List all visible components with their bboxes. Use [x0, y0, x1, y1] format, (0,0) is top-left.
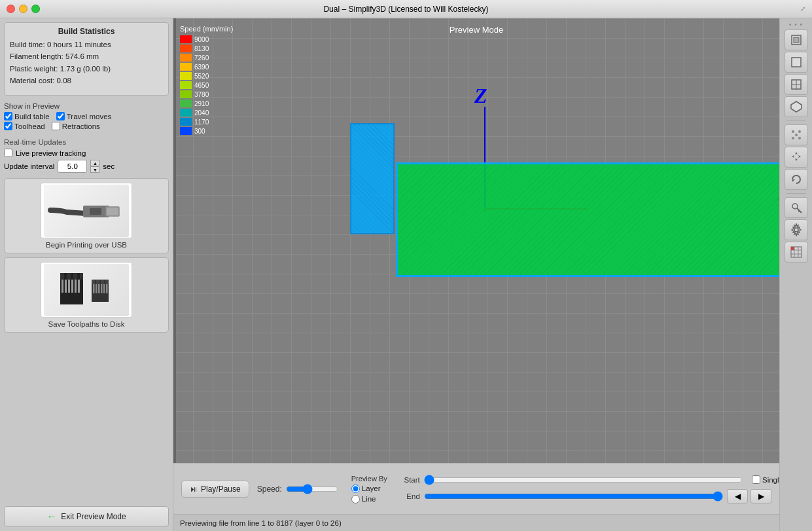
- next-frame-button[interactable]: ▶: [750, 489, 771, 504]
- start-label: Start: [400, 476, 420, 484]
- travel-moves-label: Travel moves: [67, 113, 112, 120]
- start-end-controls: Start Single layer only End ◀ ▶: [400, 475, 771, 504]
- svg-rect-19: [93, 284, 95, 293]
- speed-slider[interactable]: [286, 484, 338, 494]
- live-preview-label: Live preview tracking: [16, 149, 86, 157]
- svg-point-45: [798, 130, 801, 133]
- single-layer-checkbox[interactable]: [752, 475, 760, 484]
- svg-rect-18: [105, 280, 109, 284]
- toolbar-rotate-btn[interactable]: [785, 169, 808, 190]
- live-preview-checkbox[interactable]: [4, 149, 12, 157]
- nav-arrows: ◀ ▶: [727, 489, 771, 504]
- line-radio-label[interactable]: Line: [351, 495, 387, 504]
- toolbar-grid-btn[interactable]: [785, 242, 808, 263]
- svg-rect-9: [65, 280, 67, 293]
- speed-7260: 7260: [180, 53, 233, 62]
- svg-rect-38: [794, 37, 799, 43]
- 3d-viewport[interactable]: Speed (mm/min) 9000 8130 7260 6390: [173, 18, 779, 463]
- svg-rect-15: [92, 280, 95, 284]
- status-bar: Previewing file from line 1 to 8187 (lay…: [173, 514, 779, 531]
- build-table-checkbox[interactable]: [4, 112, 12, 120]
- update-interval-label: Update interval: [4, 162, 54, 170]
- update-interval-input[interactable]: [58, 160, 87, 173]
- traffic-lights: [7, 5, 40, 13]
- toolbar-particle-btn[interactable]: [785, 124, 808, 145]
- build-table-label: Build table: [14, 113, 50, 120]
- layer-radio[interactable]: [351, 485, 360, 493]
- exit-preview-button[interactable]: ← Exit Preview Mode: [4, 506, 169, 527]
- speed-300: 300: [180, 126, 233, 136]
- toolhead-checkbox-label[interactable]: Toolhead: [4, 122, 45, 130]
- svg-point-48: [798, 137, 801, 139]
- exit-preview-label: Exit Preview Mode: [61, 512, 126, 521]
- toolbar-perspective-btn[interactable]: [785, 29, 808, 50]
- svg-rect-23: [103, 284, 105, 293]
- close-button[interactable]: [7, 5, 15, 13]
- z-axis-label: Z: [474, 84, 487, 108]
- speed-color-1170: [180, 118, 192, 126]
- toolbar-top-view-btn[interactable]: [785, 74, 808, 95]
- main-obj-hatch: [398, 164, 779, 275]
- svg-rect-8: [62, 280, 63, 293]
- panel-divider[interactable]: [173, 18, 176, 463]
- sd-save-button[interactable]: Save Toolpaths to Disk: [4, 257, 169, 333]
- speed-8130: 8130: [180, 44, 233, 53]
- speed-color-6390: [180, 63, 192, 71]
- end-slider[interactable]: [424, 491, 723, 502]
- plastic-weight: Plastic weight: 1.73 g (0.00 lb): [10, 63, 163, 75]
- svg-point-53: [794, 228, 798, 232]
- layer-radio-label[interactable]: Layer: [351, 485, 387, 493]
- toolbar-settings-btn[interactable]: [785, 219, 808, 240]
- spinbox-down[interactable]: ▼: [90, 166, 99, 173]
- start-slider-row: Start Single layer only: [400, 475, 771, 485]
- retractions-checkbox[interactable]: [52, 122, 60, 130]
- show-preview-section: Show in Preview Build table Travel moves…: [4, 100, 169, 133]
- svg-rect-20: [96, 284, 97, 293]
- svg-rect-5: [67, 273, 71, 280]
- maximize-button[interactable]: [31, 5, 40, 13]
- toolbar-front-view-btn[interactable]: [785, 52, 808, 73]
- realtime-updates-label: Real-time Updates: [4, 138, 169, 146]
- toolbar-separator-1: [786, 120, 806, 121]
- usb-print-button[interactable]: Begin Printing over USB: [4, 178, 169, 253]
- svg-rect-59: [791, 247, 794, 250]
- speed-6390: 6390: [180, 62, 233, 71]
- toolbar-isometric-btn[interactable]: [785, 96, 808, 117]
- toolbar-move-btn[interactable]: [785, 147, 808, 168]
- toolhead-checkbox[interactable]: [4, 122, 12, 130]
- travel-moves-checkbox-label[interactable]: Travel moves: [56, 112, 112, 120]
- retractions-checkbox-label[interactable]: Retractions: [52, 122, 100, 130]
- speed-color-4650: [180, 81, 192, 89]
- speed-color-3780: [180, 90, 192, 98]
- prev-frame-button[interactable]: ◀: [727, 489, 748, 504]
- bottom-controls: ⏯ Play/Pause Speed: Preview By Layer Lin…: [173, 463, 779, 514]
- spinbox-up[interactable]: ▲: [90, 160, 99, 166]
- play-pause-button[interactable]: ⏯ Play/Pause: [181, 481, 249, 498]
- end-slider-row: End ◀ ▶: [400, 489, 771, 504]
- speed-color-2040: [180, 109, 192, 117]
- left-obj-hatch: [351, 124, 393, 233]
- svg-point-44: [792, 130, 794, 133]
- travel-moves-checkbox[interactable]: [56, 112, 65, 120]
- single-layer-label[interactable]: Single layer only: [752, 475, 771, 484]
- status-text: Previewing file from line 1 to 8187 (lay…: [180, 519, 342, 527]
- live-preview-row: Live preview tracking: [4, 149, 169, 157]
- speed-legend-title: Speed (mm/min): [180, 25, 233, 33]
- speed-9000: 9000: [180, 35, 233, 44]
- start-slider[interactable]: [424, 475, 743, 485]
- show-preview-label: Show in Preview: [4, 102, 169, 110]
- minimize-button[interactable]: [19, 5, 27, 13]
- spinbox-arrows: ▲ ▼: [90, 160, 99, 173]
- speed-label: Speed:: [257, 485, 282, 494]
- sd-button-label: Save Toolpaths to Disk: [48, 320, 125, 328]
- toolbar-drag-handle: • • •: [789, 21, 803, 28]
- usb-image: [41, 183, 132, 238]
- line-radio[interactable]: [351, 495, 360, 504]
- update-interval-row: Update interval ▲ ▼ sec: [4, 160, 169, 173]
- sd-illustration: [44, 264, 129, 316]
- toolbar-key-btn[interactable]: [785, 197, 808, 218]
- svg-rect-22: [101, 284, 103, 293]
- build-table-checkbox-label[interactable]: Build table: [4, 112, 50, 120]
- sd-image: [41, 262, 132, 318]
- svg-rect-2: [90, 208, 101, 215]
